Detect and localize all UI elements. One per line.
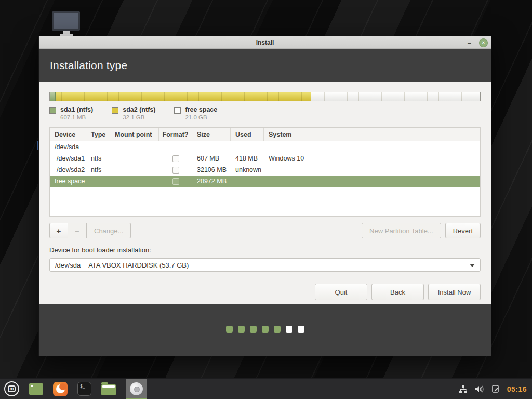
wizard-action-buttons: Quit Back Install Now: [49, 284, 481, 300]
legend-label: free space: [185, 106, 217, 113]
cell-device: /dev/sda2: [50, 166, 86, 174]
cell-device: free space: [50, 178, 86, 185]
mint-menu-button[interactable]: m: [4, 381, 19, 396]
minimize-button[interactable]: –: [466, 39, 473, 46]
partition-legend: sda1 (ntfs) 607.1 MB sda2 (ntfs) 32.1 GB…: [49, 106, 481, 121]
legend-size: 32.1 GB: [123, 114, 155, 121]
table-row-sda2[interactable]: /dev/sda2 ntfs 32106 MB unknown: [50, 164, 480, 176]
cell-type: ntfs: [86, 155, 110, 162]
window-titlebar[interactable]: Install – ×: [39, 36, 491, 49]
progress-steps: [226, 326, 304, 356]
legend-size: 607.1 MB: [60, 114, 93, 121]
format-checkbox[interactable]: [172, 155, 179, 162]
show-desktop-icon[interactable]: [29, 383, 43, 395]
change-partition-button[interactable]: Change...: [87, 223, 131, 238]
progress-step: [286, 326, 292, 332]
legend-size: 21.0 GB: [185, 114, 217, 121]
column-header-type[interactable]: Type: [86, 128, 110, 141]
notes-status-icon[interactable]: [491, 384, 500, 394]
column-header-mount-point[interactable]: Mount point: [110, 128, 159, 141]
network-icon[interactable]: [459, 384, 468, 394]
sda2-color-swatch: [112, 107, 118, 114]
add-partition-button[interactable]: +: [49, 223, 68, 238]
legend-label: sda1 (ntfs): [60, 106, 93, 113]
mint-logo-icon: m: [8, 385, 16, 392]
bootloader-device-description: ATA VBOX HARDDISK (53.7 GB): [88, 261, 189, 269]
partition-bar-segment-sda2: [56, 92, 311, 101]
remove-partition-button[interactable]: −: [68, 223, 87, 238]
cell-system: Windows 10: [264, 155, 480, 162]
chevron-down-icon: [470, 264, 475, 267]
cell-size: 20972 MB: [192, 178, 231, 185]
cell-size: 32106 MB: [192, 166, 231, 174]
bootloader-device-dropdown[interactable]: /dev/sda ATA VBOX HARDDISK (53.7 GB): [49, 258, 481, 272]
quit-button[interactable]: Quit: [315, 284, 367, 300]
page-header: Installation type: [39, 49, 491, 82]
installer-content: sda1 (ntfs) 607.1 MB sda2 (ntfs) 32.1 GB…: [39, 82, 491, 304]
partition-table: Device Type Mount point Format? Size Use…: [49, 127, 481, 217]
cell-device: /dev/sda: [50, 143, 86, 151]
partition-usage-bar: [49, 92, 481, 101]
format-checkbox[interactable]: [172, 178, 179, 185]
volume-icon[interactable]: [475, 384, 484, 394]
computer-desktop-icon[interactable]: [52, 11, 81, 38]
free-space-color-swatch: [174, 107, 181, 114]
close-button[interactable]: ×: [479, 38, 488, 47]
install-now-button[interactable]: Install Now: [428, 284, 481, 300]
cell-size: 607 MB: [192, 155, 231, 162]
table-row-free-space[interactable]: free space 20972 MB: [50, 176, 480, 187]
legend-label: sda2 (ntfs): [123, 106, 155, 113]
installer-window: Install – × Installation type sda1 (ntfs…: [39, 36, 491, 356]
installer-taskbar-item[interactable]: [126, 379, 147, 399]
cd-disc-icon: [130, 382, 143, 395]
column-header-system[interactable]: System: [264, 128, 480, 141]
cell-device: /dev/sda1: [50, 155, 86, 162]
new-partition-table-button[interactable]: New Partition Table...: [362, 223, 441, 238]
back-button[interactable]: Back: [371, 284, 424, 300]
progress-step: [274, 326, 281, 332]
progress-step: [262, 326, 269, 332]
wizard-progress-area: [39, 304, 491, 356]
legend-item-free-space: free space 21.0 GB: [174, 106, 217, 121]
column-header-device[interactable]: Device: [50, 128, 86, 141]
file-manager-icon[interactable]: [101, 384, 116, 395]
progress-step: [226, 326, 233, 332]
table-row-sda1[interactable]: /dev/sda1 ntfs 607 MB 418 MB Windows 10: [50, 153, 480, 164]
taskbar-clock[interactable]: 05:16: [507, 385, 527, 393]
page-title: Installation type: [50, 59, 127, 72]
progress-step: [238, 326, 245, 332]
partition-toolbar: + − Change... New Partition Table... Rev…: [49, 223, 481, 238]
firefox-icon[interactable]: [53, 382, 68, 396]
legend-item-sda2: sda2 (ntfs) 32.1 GB: [112, 106, 155, 121]
legend-item-sda1: sda1 (ntfs) 607.1 MB: [49, 106, 93, 121]
bootloader-device: /dev/sda: [55, 261, 81, 269]
cell-used: unknown: [231, 166, 264, 174]
column-header-size[interactable]: Size: [192, 128, 231, 141]
partition-bar-segment-free: [311, 92, 480, 101]
monitor-icon: [52, 11, 80, 31]
sda1-color-swatch: [49, 107, 56, 114]
format-checkbox[interactable]: [172, 167, 179, 174]
cell-type: ntfs: [86, 166, 110, 174]
cell-used: 418 MB: [231, 155, 264, 162]
partition-bar-segment-sda1: [50, 92, 56, 101]
column-header-format[interactable]: Format?: [159, 128, 192, 141]
table-row-disk-sda[interactable]: /dev/sda: [50, 141, 480, 153]
revert-button[interactable]: Revert: [445, 223, 481, 238]
window-title: Install: [39, 39, 491, 46]
progress-step: [250, 326, 257, 332]
taskbar: m $_: [0, 378, 532, 399]
partition-table-header: Device Type Mount point Format? Size Use…: [50, 128, 480, 141]
column-header-used[interactable]: Used: [231, 128, 264, 141]
bootloader-label: Device for boot loader installation:: [49, 246, 481, 254]
progress-step: [298, 326, 304, 332]
terminal-icon[interactable]: $_: [77, 382, 91, 396]
